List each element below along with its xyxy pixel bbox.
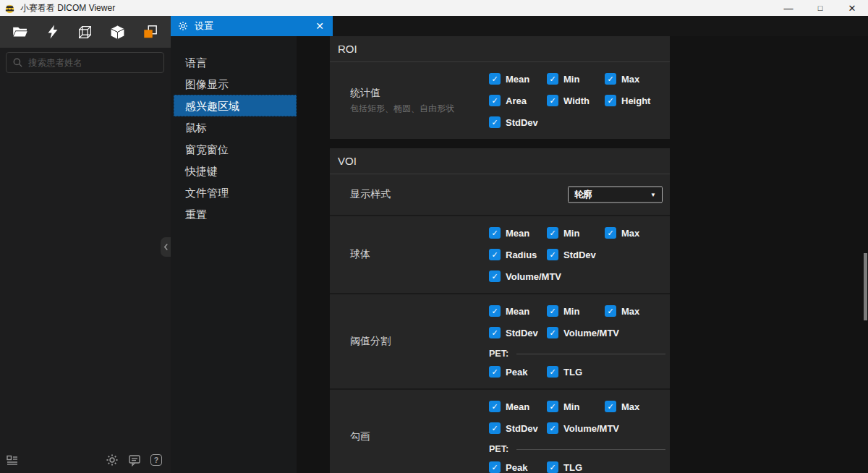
checkbox-option[interactable]: ✓Min (547, 401, 605, 412)
settings-menu-item[interactable]: 快捷键 (171, 160, 297, 182)
mpr-wireframe-cube-icon[interactable] (75, 21, 96, 43)
settings-content: ROI统计值包括矩形、椭圆、自由形状✓Mean✓Min✓Max✓Area✓Wid… (297, 36, 868, 473)
checkbox-option[interactable]: ✓Mean (489, 227, 547, 239)
checkbox-option[interactable]: ✓Peak (489, 366, 547, 378)
patient-search-box[interactable] (6, 52, 164, 73)
close-window-button[interactable]: ✕ (836, 0, 868, 16)
checkbox-label: Max (621, 228, 639, 239)
checkbox-option[interactable]: ✓Min (547, 73, 605, 85)
feedback-comment-icon[interactable] (128, 453, 141, 466)
display-style-dropdown[interactable]: 轮廓▼ (568, 187, 663, 203)
panel-collapse-handle[interactable] (161, 237, 171, 257)
checkbox-checked-icon[interactable]: ✓ (489, 327, 501, 338)
checkbox-checked-icon[interactable]: ✓ (547, 401, 558, 412)
checkbox-checked-icon[interactable]: ✓ (547, 249, 558, 260)
checkbox-label: Peak (506, 462, 527, 473)
settings-menu-item[interactable]: 鼠标 (171, 116, 297, 138)
main-toolbar (0, 16, 171, 48)
patient-list-panel: ? (0, 48, 171, 473)
checkbox-checked-icon[interactable]: ✓ (489, 401, 501, 412)
checkbox-label: TLG (563, 462, 582, 473)
checkbox-checked-icon[interactable]: ✓ (489, 305, 501, 317)
checkbox-option[interactable]: ✓Volume/MTV (547, 422, 605, 434)
checkbox-line: ✓StdDev✓Volume/MTV (489, 422, 670, 434)
minimize-button[interactable]: — (773, 0, 804, 16)
settings-menu-item[interactable]: 窗宽窗位 (171, 138, 297, 160)
patient-search-input[interactable] (28, 58, 158, 68)
checkbox-checked-icon[interactable]: ✓ (547, 422, 558, 434)
checkbox-label: Volume/MTV (506, 271, 561, 282)
checkbox-label: Min (563, 228, 579, 239)
checkbox-option[interactable]: ✓TLG (547, 461, 605, 473)
checkbox-option[interactable]: ✓Volume/MTV (547, 327, 605, 338)
checkbox-option[interactable]: ✓StdDev (489, 327, 547, 338)
checkbox-checked-icon[interactable]: ✓ (605, 95, 616, 106)
checkbox-line: ✓Mean✓Min✓Max (489, 401, 670, 412)
checkbox-checked-icon[interactable]: ✓ (547, 305, 558, 317)
help-icon[interactable]: ? (150, 454, 162, 466)
checkbox-option[interactable]: ✓Min (547, 305, 605, 317)
checkbox-checked-icon[interactable]: ✓ (489, 95, 501, 106)
settings-tab[interactable]: 设置 ✕ (171, 16, 333, 36)
checkbox-checked-icon[interactable]: ✓ (547, 461, 558, 473)
scrollbar-thumb[interactable] (864, 253, 867, 320)
checkbox-option[interactable]: ✓Max (605, 401, 670, 412)
checkbox-option[interactable]: ✓Volume/MTV (489, 270, 547, 282)
checkbox-checked-icon[interactable]: ✓ (489, 249, 501, 260)
checkbox-option[interactable]: ✓Mean (489, 73, 547, 85)
setting-row: 统计值包括矩形、椭圆、自由形状✓Mean✓Min✓Max✓Area✓Width✓… (330, 62, 670, 139)
checkbox-option[interactable]: ✓Radius (489, 249, 547, 260)
checkbox-option[interactable]: ✓Mean (489, 401, 547, 412)
checkbox-option[interactable]: ✓Width (547, 95, 605, 106)
open-folder-icon[interactable] (9, 21, 31, 43)
checkbox-checked-icon[interactable]: ✓ (489, 461, 501, 473)
checkbox-checked-icon[interactable]: ✓ (489, 422, 501, 434)
checkbox-option[interactable]: ✓Area (489, 95, 547, 106)
checkbox-option[interactable]: ✓Height (605, 95, 670, 106)
checkbox-line: ✓Peak✓TLG (489, 366, 670, 378)
checkbox-label: Area (506, 95, 527, 106)
pet-divider: PET: (489, 444, 670, 454)
checkbox-option[interactable]: ✓Min (547, 227, 605, 239)
checkbox-checked-icon[interactable]: ✓ (489, 227, 501, 239)
checkbox-checked-icon[interactable]: ✓ (547, 227, 558, 239)
app-title: 小赛看看 DICOM Viewer (20, 2, 115, 14)
checkbox-line: ✓Mean✓Min✓Max (489, 305, 670, 317)
checkbox-label: Mean (506, 74, 529, 85)
checkbox-checked-icon[interactable]: ✓ (489, 116, 501, 128)
checkbox-checked-icon[interactable]: ✓ (547, 366, 558, 378)
checkbox-checked-icon[interactable]: ✓ (605, 227, 616, 239)
checkbox-option[interactable]: ✓Max (605, 73, 670, 85)
maximize-button[interactable]: □ (804, 0, 836, 16)
settings-menu-item[interactable]: 感兴趣区域 (174, 95, 297, 116)
checkbox-checked-icon[interactable]: ✓ (605, 73, 616, 85)
checkbox-checked-icon[interactable]: ✓ (605, 305, 616, 317)
checkbox-checked-icon[interactable]: ✓ (605, 401, 616, 412)
checkbox-option[interactable]: ✓StdDev (489, 422, 547, 434)
checkbox-checked-icon[interactable]: ✓ (489, 366, 501, 378)
settings-close-icon[interactable]: ✕ (314, 21, 326, 31)
checkbox-checked-icon[interactable]: ✓ (547, 95, 558, 106)
checkbox-checked-icon[interactable]: ✓ (489, 73, 501, 85)
settings-menu-item[interactable]: 重置 (171, 203, 297, 225)
flash-icon[interactable] (42, 21, 64, 43)
settings-menu-item[interactable]: 语言 (171, 51, 297, 73)
compare-layout-icon[interactable] (140, 21, 161, 43)
checkbox-option[interactable]: ✓Max (605, 227, 670, 239)
checkbox-checked-icon[interactable]: ✓ (547, 73, 558, 85)
checkbox-label: StdDev (506, 328, 538, 338)
checkbox-option[interactable]: ✓Max (605, 305, 670, 317)
checkbox-checked-icon[interactable]: ✓ (489, 270, 501, 282)
settings-menu-item[interactable]: 文件管理 (171, 182, 297, 203)
list-layout-icon[interactable] (6, 453, 19, 466)
checkbox-line: ✓Mean✓Min✓Max (489, 73, 670, 85)
settings-menu-item[interactable]: 图像显示 (171, 73, 297, 95)
settings-gear-icon[interactable] (106, 453, 119, 466)
checkbox-option[interactable]: ✓Mean (489, 305, 547, 317)
checkbox-option[interactable]: ✓TLG (547, 366, 605, 378)
checkbox-checked-icon[interactable]: ✓ (547, 327, 558, 338)
checkbox-option[interactable]: ✓StdDev (489, 116, 547, 128)
checkbox-option[interactable]: ✓Peak (489, 461, 547, 473)
volume-3d-cube-icon[interactable] (107, 21, 129, 43)
checkbox-option[interactable]: ✓StdDev (547, 249, 605, 260)
